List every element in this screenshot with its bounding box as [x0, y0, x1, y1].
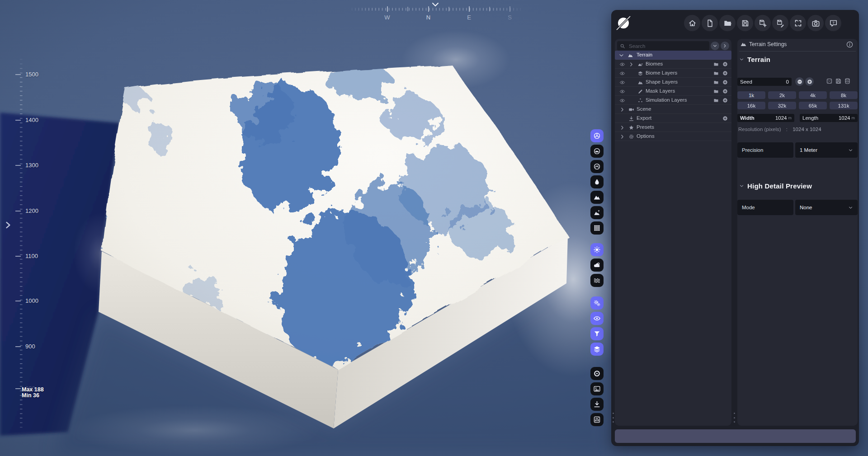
add-plus-icon[interactable] — [722, 70, 729, 77]
panel-expander-chevron[interactable] — [4, 220, 13, 230]
mode-value: None — [800, 205, 812, 210]
mode-dropdown[interactable]: None — [795, 200, 858, 215]
record-button[interactable] — [590, 367, 604, 380]
clouds-button[interactable] — [590, 259, 604, 272]
chevron-right-icon[interactable] — [618, 106, 626, 113]
water-view-button[interactable] — [590, 175, 604, 188]
length-unit: m — [852, 116, 855, 120]
chevron-right-icon[interactable] — [627, 61, 635, 68]
randomize-seed-button[interactable] — [826, 78, 833, 85]
length-field[interactable]: Length 1024 m — [800, 114, 858, 122]
add-plus-icon[interactable] — [722, 88, 729, 95]
tree-item-biomes[interactable]: Biomes — [615, 60, 731, 69]
folder-icon[interactable] — [712, 70, 720, 77]
tree-item-presets[interactable]: Presets — [615, 123, 731, 132]
eye-icon[interactable] — [618, 70, 626, 77]
cluster-icon — [637, 97, 644, 104]
help-feedback-button[interactable] — [825, 15, 841, 31]
chevron-right-icon — [722, 43, 727, 48]
save-preset-button[interactable] — [835, 78, 842, 85]
chevron-down-icon — [739, 183, 744, 188]
add-plus-icon[interactable] — [722, 79, 729, 86]
resolution-4k-button[interactable]: 4k — [799, 91, 827, 99]
eye-icon[interactable] — [618, 79, 626, 86]
terrain-section-header[interactable]: Terrain — [739, 55, 770, 63]
tree-item-shape-layers[interactable]: Shape Layers — [615, 78, 731, 87]
visibility-button[interactable] — [590, 312, 604, 325]
resolution-32k-button[interactable]: 32k — [768, 102, 796, 109]
new-file-button[interactable] — [702, 15, 718, 31]
search-box[interactable] — [617, 41, 709, 51]
tree-item-terrain[interactable]: Terrain — [615, 51, 731, 60]
eye-icon[interactable] — [618, 61, 626, 68]
resolution-16k-button[interactable]: 16k — [737, 102, 765, 109]
globe-terrain-wire-button[interactable] — [590, 160, 604, 173]
width-field[interactable]: Width 1024 m — [737, 114, 794, 122]
expand-all-button[interactable] — [721, 42, 729, 50]
resolution-8k-button[interactable]: 8k — [830, 91, 858, 99]
grid-view-button[interactable] — [590, 221, 604, 235]
snapshot-image-button[interactable] — [590, 382, 604, 395]
chevron-right-icon[interactable] — [618, 133, 626, 140]
settings-header-title: Terrain Settings — [749, 41, 787, 47]
folder-icon[interactable] — [712, 79, 720, 86]
brush-icon — [637, 88, 644, 95]
orbit-view-button[interactable] — [590, 129, 604, 142]
seed-history-button[interactable] — [844, 78, 851, 85]
seed-decrement-button[interactable] — [795, 77, 804, 86]
resolution-1k-button[interactable]: 1k — [737, 91, 765, 99]
add-plus-icon[interactable] — [722, 61, 729, 68]
save-as-button[interactable] — [755, 15, 771, 31]
rebuild-button[interactable] — [790, 15, 806, 31]
tree-item-label: Biomes — [646, 61, 663, 66]
seed-field[interactable]: Seed 0 — [737, 78, 792, 86]
seed-increment-button[interactable] — [805, 77, 814, 86]
add-plus-icon[interactable] — [722, 115, 729, 122]
eye-icon[interactable] — [618, 97, 626, 104]
globe-mountain-icon — [593, 147, 601, 155]
machines-button[interactable] — [590, 296, 604, 310]
gear-icon — [627, 133, 635, 140]
mountain-view-button[interactable] — [590, 191, 604, 204]
folder-icon[interactable] — [712, 61, 720, 68]
home-button[interactable] — [684, 15, 700, 31]
statistics-button[interactable] — [590, 413, 604, 426]
collapse-all-button[interactable] — [711, 42, 719, 50]
filter-button[interactable] — [590, 327, 604, 340]
tree-item-label: Scene — [637, 106, 651, 112]
tree-item-label: Options — [637, 133, 655, 139]
tree-item-options[interactable]: Options — [615, 132, 731, 141]
resolution-131k-button[interactable]: 131k — [830, 102, 858, 109]
open-project-button[interactable] — [719, 15, 736, 31]
tree-item-simulation-layers[interactable]: Simulation Layers — [615, 96, 731, 105]
sun-light-button[interactable] — [590, 243, 604, 256]
panel-resize-grip[interactable] — [612, 413, 614, 423]
terrain-detail-button[interactable] — [590, 206, 604, 219]
info-button[interactable] — [845, 40, 854, 49]
export-view-button[interactable] — [590, 398, 604, 411]
chevron-down-icon[interactable] — [618, 52, 625, 59]
save-button[interactable] — [737, 15, 753, 31]
layers-button[interactable] — [590, 343, 604, 356]
eye-icon[interactable] — [618, 88, 626, 95]
precision-dropdown[interactable]: 1 Meter — [795, 142, 858, 158]
app-logo — [614, 14, 633, 33]
resolution-65k-button[interactable]: 65k — [799, 102, 827, 109]
add-plus-icon[interactable] — [722, 97, 729, 104]
file-icon — [706, 19, 714, 28]
tree-item-biome-layers[interactable]: Biome Layers — [615, 69, 731, 78]
search-input[interactable] — [628, 43, 707, 49]
hdp-section-header[interactable]: High Detail Preview — [739, 182, 812, 190]
globe-terrain-filled-button[interactable] — [590, 145, 604, 158]
folder-icon[interactable] — [712, 97, 720, 104]
water-level-button[interactable] — [590, 274, 604, 287]
folder-icon[interactable] — [712, 88, 720, 95]
resolution-2k-button[interactable]: 2k — [768, 91, 796, 99]
chevron-right-icon[interactable] — [618, 124, 626, 131]
screenshot-button[interactable] — [807, 15, 824, 31]
splitter-resize-grip[interactable] — [733, 413, 736, 423]
save-version-button[interactable] — [772, 15, 788, 31]
tree-item-scene[interactable]: Scene — [615, 105, 731, 114]
tree-item-mask-layers[interactable]: Mask Layers — [615, 87, 731, 96]
tree-item-export[interactable]: Export — [615, 114, 731, 123]
